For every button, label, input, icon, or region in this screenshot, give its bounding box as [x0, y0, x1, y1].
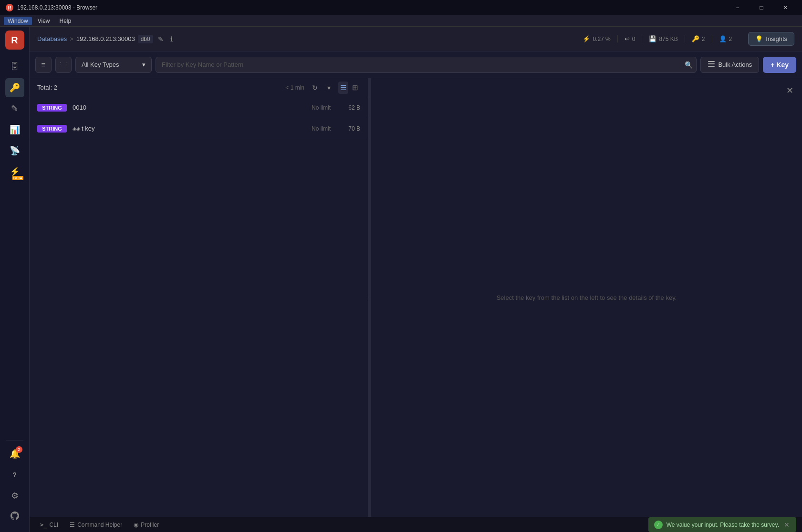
edit-db-button[interactable]: ✎ [156, 33, 166, 45]
bulk-actions-button[interactable]: Bulk Actions [700, 57, 759, 73]
command-helper-icon: ☰ [70, 522, 75, 528]
edit-icon: ✎ [11, 103, 18, 114]
grid-view-toggle[interactable]: ⊞ [350, 82, 360, 94]
settings-icon: ⚙ [11, 491, 19, 501]
detail-empty-text: Select the key from the list on the left… [497, 294, 677, 301]
sidebar-item-analytics[interactable]: 📊 [5, 120, 24, 139]
databases-link[interactable]: Databases [37, 35, 67, 42]
profiler-label: Profiler [141, 522, 159, 528]
sidebar-item-github[interactable] [5, 507, 24, 526]
profiler-icon: ◉ [134, 522, 138, 528]
close-button[interactable]: ✕ [774, 0, 796, 15]
menu-bar: Window View Help [0, 15, 802, 27]
time-label: < 1 min [285, 84, 304, 91]
total-label: Total: 2 [37, 84, 57, 91]
key-type-badge: STRING [37, 104, 67, 112]
memory-icon: 💾 [649, 35, 656, 42]
key-ttl: No limit [297, 125, 331, 132]
svg-rect-2 [708, 66, 715, 67]
sidebar-item-keys[interactable]: 🔑 [5, 78, 24, 97]
sidebar-logo: R [5, 31, 24, 50]
clients-value: 2 [729, 36, 732, 42]
info-button[interactable]: ℹ [168, 33, 175, 45]
commands-stat: ↩ 0 [618, 35, 643, 42]
insights-label: Insights [766, 35, 787, 42]
clients-icon: 👤 [719, 35, 727, 42]
cpu-icon: ⚡ [583, 35, 590, 42]
chart-icon: 📊 [10, 124, 20, 135]
app-icon: R [6, 4, 13, 11]
menu-help[interactable]: Help [55, 17, 75, 25]
breadcrumb-sep: > [70, 35, 73, 42]
sidebar-item-edit[interactable]: ✎ [5, 99, 24, 118]
filter-input-wrap: 🔍 [156, 57, 697, 73]
sidebar-item-pubsub[interactable]: 📡 [5, 141, 24, 160]
keys-count: 2 [702, 36, 705, 42]
survey-check-icon: ✓ [654, 521, 663, 529]
bulk-actions-label: Bulk Actions [718, 61, 752, 68]
key-type-dropdown[interactable]: All Key Types ▾ [75, 57, 152, 73]
view-toggle: ☰ ⊞ [338, 82, 360, 94]
keys-stat-icon: 🔑 [692, 35, 699, 42]
cli-button[interactable]: >_ CLI [35, 520, 63, 530]
add-key-button[interactable]: + Key [763, 57, 796, 73]
key-icon: 🔑 [10, 82, 20, 93]
refresh-button[interactable]: ↻ [310, 83, 320, 92]
clients-stat: 👤 2 [712, 35, 739, 42]
bulk-actions-icon [708, 60, 715, 69]
search-icon: 🔍 [685, 61, 693, 69]
key-name: 0010 [73, 104, 292, 111]
title-bar-title: 192.168.0.213:30003 - Browser [17, 4, 97, 11]
menu-window[interactable]: Window [4, 17, 32, 25]
key-list-panel: Total: 2 < 1 min ↻ ▾ ☰ ⊞ STRING 0010 [30, 78, 368, 517]
key-row[interactable]: STRING ◈◈ t key No limit 70 B [30, 118, 368, 139]
memory-stat: 💾 875 KB [642, 35, 685, 42]
maximize-button[interactable]: □ [750, 0, 772, 15]
search-button[interactable]: 🔍 [685, 61, 693, 69]
list-view-button[interactable]: ≡ [35, 57, 52, 73]
tree-icon: ⋮⋮ [58, 61, 69, 68]
survey-close-button[interactable]: ✕ [783, 520, 791, 530]
commands-icon: ↩ [625, 35, 630, 42]
sidebar-item-notifications[interactable]: 🔔 2 [5, 444, 24, 463]
key-list-header: Total: 2 < 1 min ↻ ▾ ☰ ⊞ [30, 78, 368, 97]
header: Databases > 192.168.0.213:30003 db0 ✎ ℹ … [30, 27, 802, 51]
memory-value: 875 KB [659, 36, 677, 42]
cpu-value: 0.27 % [593, 36, 610, 42]
bottom-bar: >_ CLI ☰ Command Helper ◉ Profiler ✓ We … [30, 517, 802, 532]
keys-stat: 🔑 2 [685, 35, 712, 42]
insights-button[interactable]: 💡 Insights [748, 32, 794, 46]
sidebar-item-database[interactable]: 🗄 [5, 57, 24, 76]
close-panel-button[interactable]: ✕ [783, 84, 796, 97]
tree-view-button[interactable]: ⋮⋮ [55, 57, 72, 73]
connection-name: 192.168.0.213:30003 [76, 35, 135, 42]
title-bar-left: R 192.168.0.213:30003 - Browser [6, 4, 97, 11]
main-split: Total: 2 < 1 min ↻ ▾ ☰ ⊞ STRING 0010 [30, 78, 802, 517]
app-container: R 🗄 🔑 ✎ 📊 📡 ⚡ BETA 🔔 2 ? ⚙ [0, 27, 802, 532]
sidebar-divider [6, 440, 23, 440]
key-type-badge: STRING [37, 125, 67, 133]
key-type-label: All Key Types [82, 61, 138, 68]
svg-rect-1 [708, 63, 715, 64]
sidebar: R 🗄 🔑 ✎ 📊 📡 ⚡ BETA 🔔 2 ? ⚙ [0, 27, 30, 532]
survey-text: We value your input. Please take the sur… [667, 522, 779, 528]
diamond-icon: ◈◈ [73, 126, 82, 132]
sidebar-item-help[interactable]: ? [5, 465, 24, 484]
key-row[interactable]: STRING 0010 No limit 62 B [30, 97, 368, 118]
menu-view[interactable]: View [34, 17, 54, 25]
refresh-dropdown-button[interactable]: ▾ [325, 83, 333, 92]
sidebar-item-beta[interactable]: ⚡ BETA [5, 162, 24, 181]
key-size: 70 B [336, 125, 360, 132]
filter-input[interactable] [156, 57, 697, 73]
broadcast-icon: 📡 [10, 145, 20, 156]
svg-rect-0 [708, 61, 715, 62]
command-helper-button[interactable]: ☰ Command Helper [65, 520, 127, 530]
list-view-toggle[interactable]: ☰ [338, 82, 348, 94]
key-list-items: STRING 0010 No limit 62 B STRING ◈◈ t ke… [30, 97, 368, 517]
sidebar-item-settings[interactable]: ⚙ [5, 486, 24, 505]
minimize-button[interactable]: − [727, 0, 749, 15]
key-ttl: No limit [297, 104, 331, 111]
breadcrumb: Databases > 192.168.0.213:30003 db0 ✎ ℹ [37, 33, 175, 45]
profiler-button[interactable]: ◉ Profiler [129, 520, 164, 530]
beta-badge: BETA [12, 176, 23, 180]
